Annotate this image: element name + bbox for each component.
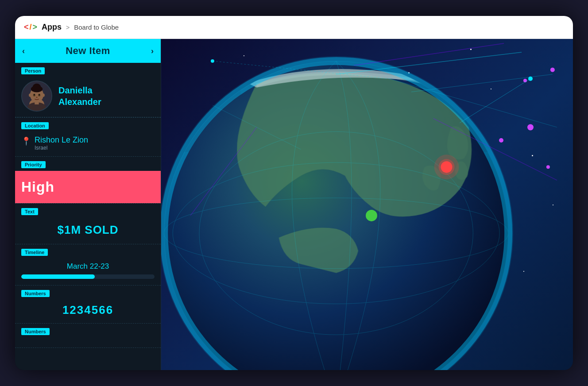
- new-item-title: New Item: [66, 45, 110, 57]
- logo-icon: < / >: [24, 23, 37, 32]
- svg-line-23: [354, 43, 504, 66]
- nav-chevron-icon: >: [66, 24, 70, 31]
- numbers-section-1: Numbers 1234566: [15, 286, 161, 324]
- timeline-bar: [21, 274, 155, 279]
- text-section: Text $1M SOLD: [15, 204, 161, 244]
- svg-point-6: [31, 85, 43, 92]
- numbers-label-2: Numbers: [21, 328, 50, 335]
- svg-point-36: [527, 124, 534, 130]
- avatar: [21, 81, 52, 112]
- timeline-section: Timeline March 22-23: [15, 244, 161, 286]
- text-value: $1M SOLD: [57, 223, 118, 236]
- logo-slash: /: [30, 23, 32, 32]
- text-value-container: $1M SOLD: [15, 218, 161, 244]
- svg-point-10: [39, 94, 40, 96]
- svg-point-11: [36, 96, 38, 98]
- device-frame: < / > Apps > Board to Globe ‹ New Item ›…: [15, 16, 573, 370]
- apps-label[interactable]: Apps: [42, 23, 62, 32]
- next-arrow-icon[interactable]: ›: [151, 46, 154, 56]
- svg-point-30: [211, 59, 214, 63]
- numbers-value-container-1: 1234566: [15, 300, 161, 323]
- svg-line-29: [460, 79, 530, 123]
- breadcrumb: Board to Globe: [74, 23, 119, 31]
- location-pin-icon: 📍: [21, 136, 31, 146]
- globe-area: [161, 39, 573, 370]
- location-city: Rishon Le Zion: [35, 135, 88, 145]
- person-section: Person: [15, 63, 161, 118]
- timeline-date: March 22-23: [21, 262, 155, 271]
- timeline-label: Timeline: [21, 249, 48, 256]
- main-content: ‹ New Item › Person: [15, 39, 573, 370]
- logo-gt: >: [33, 23, 38, 32]
- globe-svg: [161, 39, 573, 370]
- priority-section: Priority High: [15, 157, 161, 204]
- person-label: Person: [21, 67, 45, 74]
- text-label: Text: [21, 208, 38, 215]
- logo-lt: <: [24, 23, 29, 32]
- location-country: Israel: [35, 145, 88, 151]
- priority-bar: High: [15, 171, 161, 203]
- timeline-progress: [21, 274, 95, 279]
- numbers-value-1: 1234566: [62, 303, 113, 317]
- location-section: Location 📍 Rishon Le Zion Israel: [15, 118, 161, 157]
- svg-point-9: [34, 94, 35, 96]
- numbers-value-container-2: [15, 338, 161, 347]
- prev-arrow-icon[interactable]: ‹: [22, 46, 25, 56]
- new-item-header[interactable]: ‹ New Item ›: [15, 39, 161, 63]
- timeline-details: March 22-23: [15, 259, 161, 285]
- priority-label: Priority: [21, 161, 46, 168]
- numbers-label-1: Numbers: [21, 290, 50, 297]
- svg-point-34: [441, 161, 453, 173]
- svg-point-38: [546, 165, 550, 169]
- top-nav: < / > Apps > Board to Globe: [15, 16, 573, 39]
- svg-point-31: [528, 77, 533, 81]
- svg-point-12: [29, 93, 31, 97]
- location-label: Location: [21, 122, 49, 129]
- svg-point-35: [366, 210, 377, 221]
- location-details: 📍 Rishon Le Zion Israel: [15, 132, 161, 156]
- numbers-section-2: Numbers: [15, 324, 161, 348]
- sidebar-panel: ‹ New Item › Person: [15, 39, 161, 370]
- svg-point-13: [42, 93, 45, 97]
- person-name: Daniella Alexander: [58, 85, 101, 108]
- priority-value: High: [21, 179, 54, 195]
- svg-point-37: [550, 68, 555, 72]
- person-details: Daniella Alexander: [15, 77, 161, 117]
